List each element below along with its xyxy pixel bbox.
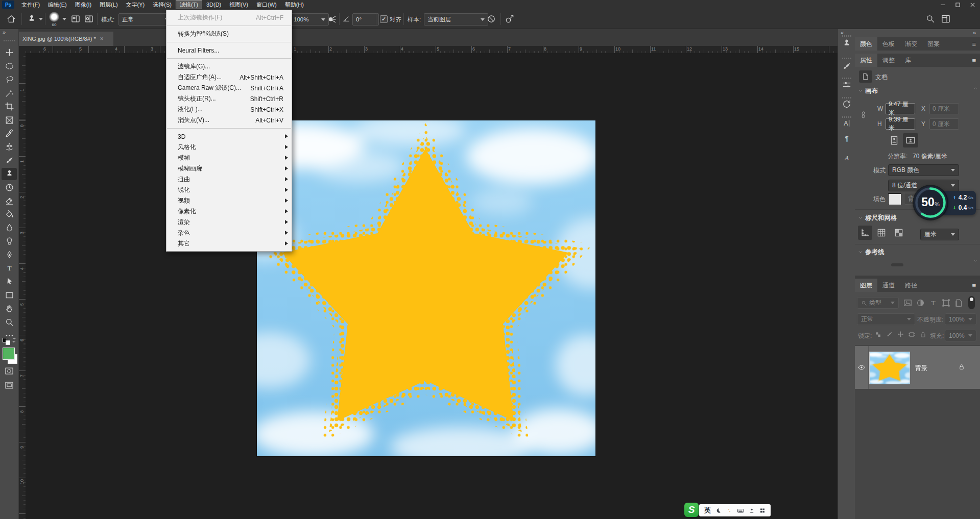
document-properties-icon[interactable] (859, 70, 872, 83)
opacity-select[interactable]: 100% (290, 13, 329, 26)
scroll-down-icon[interactable] (973, 258, 978, 263)
canvas-section-title[interactable]: 画布 (865, 87, 878, 95)
close-button[interactable] (965, 0, 980, 9)
toolbar-grip[interactable] (4, 40, 15, 41)
hand-tool[interactable] (2, 303, 17, 315)
filter-menu-item[interactable]: 滤镜库(G)... (166, 61, 292, 72)
toolbar-expand-icon[interactable]: » (3, 29, 6, 35)
filter-shape-layers-icon[interactable] (941, 298, 951, 308)
filter-menu-item[interactable]: 自适应广角(A)...Alt+Shift+Ctrl+A (166, 72, 292, 83)
filter-menu-item[interactable]: 3D (166, 131, 292, 142)
menubar-item-帮助(H)[interactable]: 帮助(H) (281, 0, 308, 9)
pen-tool[interactable] (2, 249, 17, 261)
filter-menu-item[interactable]: 液化(L)...Shift+Ctrl+X (166, 104, 292, 115)
dodge-tool[interactable] (2, 235, 17, 248)
guides-title[interactable]: 参考线 (865, 248, 885, 257)
scroll-up-icon[interactable] (973, 86, 978, 91)
tab-通道[interactable]: 通道 (877, 279, 900, 292)
type-tool[interactable]: T (2, 262, 17, 274)
brush-tool[interactable] (2, 154, 17, 166)
eraser-tool[interactable] (2, 194, 17, 207)
filter-menu-item[interactable]: 扭曲 (166, 174, 292, 185)
screen-mode-icon[interactable] (4, 380, 14, 390)
keyboard-icon[interactable] (737, 507, 744, 514)
punctuation-icon[interactable]: ’, (726, 507, 732, 514)
eye-icon[interactable] (857, 363, 866, 372)
filter-menu-item[interactable]: Neural Filters... (166, 45, 292, 56)
tool-presets-panel-icon[interactable] (842, 80, 852, 90)
brush-picker-chevron-icon[interactable] (62, 18, 66, 20)
menubar-item-编辑(E)[interactable]: 编辑(E) (44, 0, 71, 9)
panel-grip[interactable] (842, 58, 851, 59)
moon-icon[interactable] (715, 507, 722, 514)
lock-artboard-icon[interactable] (908, 331, 916, 338)
menubar-item-文字(Y)[interactable]: 文字(Y) (122, 0, 149, 9)
rulers-grid-chevron-icon[interactable] (858, 215, 863, 220)
layer-thumbnail[interactable] (869, 352, 910, 384)
filter-menu-item[interactable]: 杂色 (166, 228, 292, 238)
dock-expand-icon[interactable]: » (973, 30, 976, 36)
maximize-button[interactable] (950, 0, 965, 9)
glyphs-panel-icon[interactable]: A (842, 153, 852, 163)
ime-menu-icon[interactable] (759, 507, 766, 514)
rulers-grid-title[interactable]: 标尺和网格 (865, 214, 897, 223)
lasso-tool[interactable] (2, 73, 17, 86)
tab-图案[interactable]: 图案 (922, 37, 945, 51)
layer-name[interactable]: 背景 (915, 364, 927, 373)
airbrush-icon[interactable] (327, 14, 337, 24)
person-icon[interactable] (749, 507, 755, 514)
frame-tool[interactable] (2, 114, 17, 126)
rectangle-tool[interactable] (2, 289, 17, 301)
menubar-item-图像(I)[interactable]: 图像(I) (71, 0, 95, 9)
minimize-button[interactable] (936, 0, 950, 9)
color-mode-select[interactable]: RGB 颜色 (888, 164, 959, 176)
history-panel-icon[interactable] (842, 99, 852, 109)
lock-all-icon[interactable] (919, 331, 927, 338)
spot-healing-brush-tool[interactable] (2, 141, 17, 153)
filter-smart-objects-icon[interactable] (954, 298, 964, 308)
document-canvas[interactable] (257, 120, 595, 456)
filter-pixel-layers-icon[interactable] (903, 298, 913, 308)
foreground-color-swatch[interactable] (3, 348, 15, 360)
workspace-switcher-icon[interactable] (941, 14, 951, 24)
tab-属性[interactable]: 属性 (855, 54, 877, 67)
ime-language-toggle[interactable]: 英 (704, 506, 711, 515)
panel-menu-icon[interactable]: ≡ (972, 57, 980, 64)
pen-pressure-icon[interactable] (505, 14, 515, 24)
filter-menu-item[interactable]: 锐化 (166, 185, 292, 195)
net-speed-float-ball[interactable]: 50% (914, 186, 947, 219)
default-colors-bg-icon[interactable] (6, 340, 10, 345)
landscape-orientation-icon[interactable] (903, 133, 918, 147)
width-field[interactable]: 9.47 厘米 (886, 103, 915, 114)
paragraph-panel-icon[interactable]: ¶ (842, 133, 852, 143)
angle-input[interactable]: 0° (352, 13, 379, 26)
character-panel-icon[interactable]: A (842, 118, 852, 129)
clone-source-panel-icon[interactable] (842, 38, 852, 48)
panel-grip[interactable] (842, 97, 851, 98)
menubar-item-窗口(W)[interactable]: 窗口(W) (252, 0, 281, 9)
filter-menu-item[interactable]: 像素化 (166, 206, 292, 217)
layer-lock-icon[interactable] (958, 363, 965, 370)
tool-preset-stamp-icon[interactable] (27, 14, 37, 24)
fill-color-swatch[interactable] (888, 193, 901, 205)
zoom-tool[interactable] (2, 316, 17, 328)
filter-menu-item[interactable]: 模糊画廊 (166, 163, 292, 174)
search-icon[interactable] (925, 14, 936, 24)
eyedropper-tool[interactable] (2, 127, 17, 139)
link-dimensions-icon[interactable] (859, 106, 867, 123)
ime-logo[interactable]: S (684, 503, 699, 517)
menubar-item-视图(V)[interactable]: 视图(V) (225, 0, 252, 9)
lock-transparency-icon[interactable] (874, 331, 882, 338)
brush-settings-toggle-icon[interactable] (70, 14, 81, 24)
clone-stamp-tool[interactable] (2, 168, 17, 180)
brush-preview-icon[interactable] (49, 12, 59, 22)
tab-图层[interactable]: 图层 (855, 279, 877, 292)
path-selection-tool[interactable] (2, 276, 17, 288)
quick-mask-icon[interactable] (4, 366, 14, 376)
sample-select[interactable]: 当前图层 (424, 13, 488, 26)
filter-menu-item[interactable]: Camera Raw 滤镜(C)...Shift+Ctrl+A (166, 83, 292, 93)
tab-色板[interactable]: 色板 (877, 37, 900, 51)
canvas-section-chevron-icon[interactable] (858, 88, 863, 93)
tab-颜色[interactable]: 颜色 (855, 37, 877, 51)
clone-source-toggle-icon[interactable] (84, 14, 94, 24)
